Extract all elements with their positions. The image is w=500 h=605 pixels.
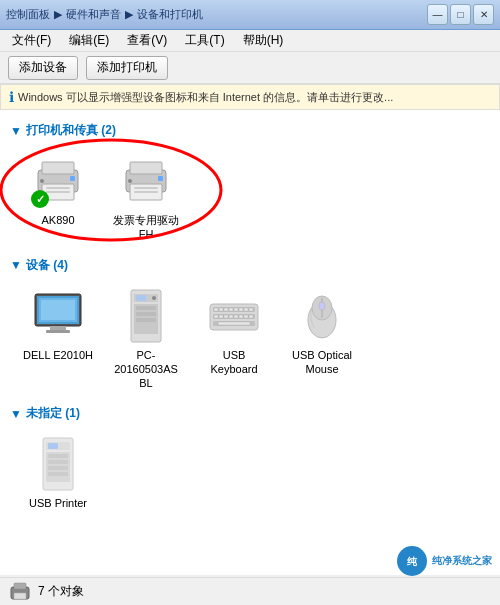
svg-rect-5	[70, 176, 75, 181]
svg-rect-23	[136, 295, 146, 301]
device-label-ak890: AK890	[41, 213, 74, 227]
breadcrumb: 控制面板 ▶ 硬件和声音 ▶ 设备和打印机	[6, 7, 427, 22]
svg-point-53	[319, 302, 325, 310]
printers-grid: ✓ AK890 发票专用驱动FH	[10, 143, 194, 251]
device-label-keyboard: USB Keyboard	[199, 348, 269, 377]
unassigned-grid: USB Printer	[10, 426, 490, 519]
svg-rect-8	[130, 162, 162, 174]
unassigned-expand-icon[interactable]: ▼	[10, 407, 22, 421]
svg-rect-49	[218, 322, 250, 325]
device-icon-usb-printer	[29, 435, 87, 493]
device-mouse[interactable]: USB Optical Mouse	[282, 282, 362, 396]
svg-rect-10	[134, 187, 158, 189]
svg-rect-42	[219, 315, 223, 318]
printers-section-header: ▼ 打印机和传真 (2)	[10, 122, 490, 139]
close-button[interactable]: ✕	[473, 4, 494, 25]
svg-rect-43	[224, 315, 228, 318]
svg-rect-36	[229, 308, 233, 311]
title-bar: 控制面板 ▶ 硬件和声音 ▶ 设备和打印机 — □ ✕	[0, 0, 500, 30]
status-bar: 7 个对象	[0, 577, 500, 605]
svg-point-6	[40, 179, 44, 183]
svg-rect-26	[136, 306, 156, 310]
device-ak890[interactable]: ✓ AK890	[18, 147, 98, 247]
devices-section-header: ▼ 设备 (4)	[10, 257, 490, 274]
svg-rect-1	[42, 162, 74, 174]
svg-rect-60	[48, 466, 68, 470]
svg-rect-34	[219, 308, 223, 311]
device-icon-ak890: ✓	[29, 152, 87, 210]
watermark-icon: 纯	[396, 545, 428, 577]
menu-edit[interactable]: 编辑(E)	[61, 30, 117, 51]
svg-rect-59	[48, 460, 68, 464]
device-fh[interactable]: 发票专用驱动FH	[106, 147, 186, 247]
svg-rect-18	[46, 330, 70, 333]
minimize-button[interactable]: —	[427, 4, 448, 25]
add-device-button[interactable]: 添加设备	[8, 56, 78, 80]
svg-rect-45	[234, 315, 238, 318]
breadcrumb-control-panel[interactable]: 控制面板	[6, 7, 50, 22]
breadcrumb-devices[interactable]: 设备和打印机	[137, 7, 203, 22]
device-usb-printer[interactable]: USB Printer	[18, 430, 98, 515]
device-icon-pc	[117, 287, 175, 345]
unassigned-section-title: 未指定 (1)	[26, 405, 80, 422]
unassigned-section-header: ▼ 未指定 (1)	[10, 405, 490, 422]
printer-svg-fh	[120, 156, 172, 206]
svg-rect-33	[214, 308, 218, 311]
device-pc[interactable]: PC-20160503AS BL	[106, 282, 186, 396]
svg-rect-28	[136, 318, 156, 322]
menu-file[interactable]: 文件(F)	[4, 30, 59, 51]
svg-rect-20	[41, 300, 75, 320]
svg-point-24	[152, 296, 156, 300]
device-icon-fh	[117, 152, 175, 210]
svg-rect-12	[158, 176, 163, 181]
maximize-button[interactable]: □	[450, 4, 471, 25]
main-content: ▼ 打印机和传真 (2) ✓	[0, 110, 500, 575]
status-count: 7 个对象	[38, 583, 84, 600]
case-svg	[126, 288, 166, 344]
svg-rect-46	[239, 315, 243, 318]
mouse-svg	[302, 290, 342, 342]
info-bar: ℹ Windows 可以显示增强型设备图标和来自 Internet 的信息。请单…	[0, 84, 500, 110]
info-text: Windows 可以显示增强型设备图标和来自 Internet 的信息。请单击进…	[18, 90, 393, 105]
device-icon-monitor	[29, 287, 87, 345]
device-label-fh: 发票专用驱动FH	[111, 213, 181, 242]
svg-rect-44	[229, 315, 233, 318]
menu-tools[interactable]: 工具(T)	[177, 30, 232, 51]
svg-rect-61	[48, 472, 68, 476]
device-label-pc: PC-20160503AS BL	[111, 348, 181, 391]
device-label-monitor: DELL E2010H	[23, 348, 93, 362]
watermark-area: 纯 纯净系统之家	[396, 545, 492, 577]
devices-expand-icon[interactable]: ▼	[10, 258, 22, 272]
svg-rect-37	[234, 308, 238, 311]
device-monitor[interactable]: DELL E2010H	[18, 282, 98, 396]
device-label-mouse: USB Optical Mouse	[287, 348, 357, 377]
svg-rect-63	[14, 583, 26, 589]
svg-rect-11	[134, 191, 158, 193]
svg-rect-48	[249, 315, 253, 318]
svg-rect-17	[50, 326, 66, 330]
svg-rect-64	[14, 593, 26, 599]
svg-rect-40	[249, 308, 253, 311]
menu-view[interactable]: 查看(V)	[119, 30, 175, 51]
device-keyboard[interactable]: USB Keyboard	[194, 282, 274, 396]
breadcrumb-sep2: ▶	[125, 8, 133, 21]
svg-rect-4	[46, 191, 70, 193]
add-printer-button[interactable]: 添加打印机	[86, 56, 168, 80]
usb-printer-svg	[38, 436, 78, 492]
breadcrumb-hardware[interactable]: 硬件和声音	[66, 7, 121, 22]
window-controls: — □ ✕	[427, 4, 494, 25]
monitor-svg	[32, 292, 84, 340]
svg-rect-41	[214, 315, 218, 318]
svg-rect-56	[48, 443, 58, 449]
svg-rect-58	[48, 454, 68, 458]
menu-bar: 文件(F) 编辑(E) 查看(V) 工具(T) 帮助(H)	[0, 30, 500, 52]
keyboard-svg	[208, 296, 260, 336]
svg-rect-27	[136, 312, 156, 316]
menu-help[interactable]: 帮助(H)	[235, 30, 292, 51]
svg-rect-47	[244, 315, 248, 318]
device-icon-mouse	[293, 287, 351, 345]
printers-expand-icon[interactable]: ▼	[10, 124, 22, 138]
devices-section-title: 设备 (4)	[26, 257, 68, 274]
svg-rect-39	[244, 308, 248, 311]
svg-point-13	[128, 179, 132, 183]
